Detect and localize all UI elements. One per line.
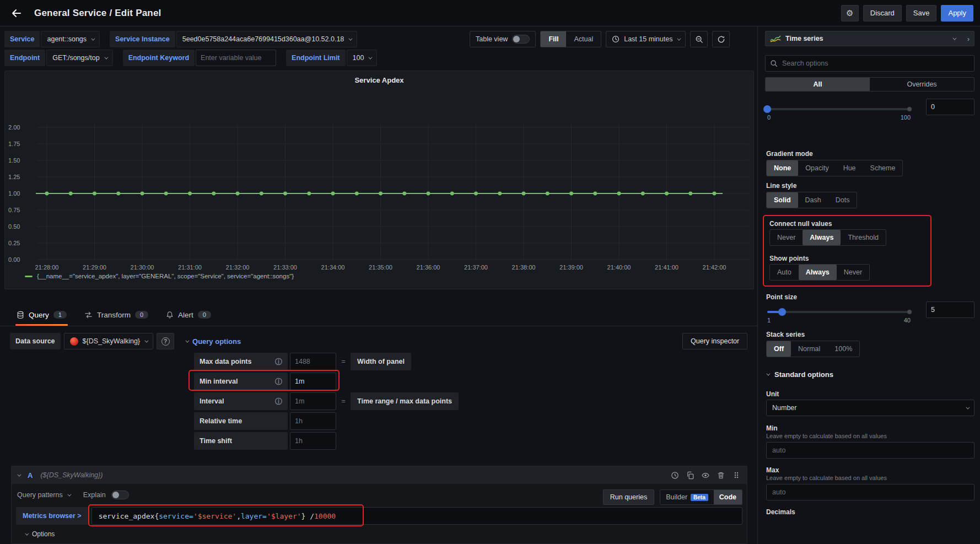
delete-query-trash-icon[interactable] — [716, 470, 726, 480]
datasource-value: ${DS_SkyWalking} — [83, 337, 140, 345]
table-view-toggle[interactable] — [512, 35, 530, 44]
code-mode-option[interactable]: Code — [714, 490, 742, 504]
option-hue[interactable]: Hue — [836, 160, 863, 176]
option-threshold[interactable]: Threshold — [841, 230, 886, 245]
interval-input[interactable] — [290, 392, 336, 410]
search-icon — [770, 60, 778, 67]
max-hint: Leave empty to calculate based on all va… — [766, 475, 887, 481]
option-dash[interactable]: Dash — [798, 192, 828, 208]
min-interval-input[interactable] — [290, 373, 336, 390]
fill-opacity-value-input[interactable] — [926, 99, 974, 115]
drag-handle-grip-icon[interactable] — [731, 470, 741, 480]
chevron-down-icon — [91, 36, 95, 40]
option-opacity[interactable]: Opacity — [798, 160, 836, 176]
promql-expression-input[interactable]: service_apdex{service='$service', layer=… — [91, 507, 742, 525]
endpoint-keyword-input[interactable] — [196, 50, 276, 66]
tab-query[interactable]: Query 1 — [17, 305, 67, 325]
tab-overrides[interactable]: Overrides — [870, 78, 974, 91]
endpoint-select[interactable]: GET:/songs/top — [46, 50, 112, 66]
expr-token: 10000 — [314, 512, 336, 520]
relative-time-input[interactable] — [290, 412, 336, 430]
option-auto[interactable]: Auto — [770, 265, 799, 280]
collapse-pane-chevron-right-icon[interactable]: › — [967, 35, 970, 43]
option-none[interactable]: None — [767, 160, 798, 176]
option-row-time-shift: Time shift — [194, 432, 459, 450]
query-row-header[interactable]: A (${DS_SkyWalking}) — [12, 466, 747, 484]
explain-toggle[interactable] — [111, 491, 129, 499]
x-tick-label: 21:33:00 — [273, 264, 297, 271]
slider-track[interactable] — [767, 311, 911, 313]
metrics-browser-button[interactable]: Metrics browser > — [16, 507, 88, 525]
option-scheme[interactable]: Scheme — [863, 160, 903, 176]
option-always[interactable]: Always — [803, 230, 841, 245]
service-value: agent::songs — [47, 35, 87, 43]
legend-series-marker — [25, 276, 33, 277]
options-filter-tabs: All Overrides — [765, 77, 974, 91]
page-title: General Service / Edit Panel — [34, 8, 161, 19]
save-button[interactable]: Save — [906, 5, 937, 21]
apply-button[interactable]: Apply — [941, 5, 973, 21]
options-search-input[interactable] — [782, 60, 970, 67]
clock-icon — [612, 35, 620, 43]
refresh-button[interactable] — [712, 31, 730, 47]
tab-alert[interactable]: Alert 0 — [166, 305, 211, 325]
gradient-mode-label: Gradient mode — [766, 150, 813, 158]
option-100-[interactable]: 100% — [827, 341, 859, 357]
chart-legend: {__name__="service_apdex", layer="GENERA… — [25, 273, 294, 279]
builder-mode-option[interactable]: Builder Beta — [660, 490, 714, 504]
connect-null-values-label: Connect null values — [769, 220, 832, 228]
option-solid[interactable]: Solid — [767, 192, 798, 208]
variable-endpoint-limit: Endpoint Limit 100 — [286, 50, 377, 66]
legend-series-label[interactable]: {__name__="service_apdex", layer="GENERA… — [37, 273, 294, 279]
query-options-header[interactable]: Query options — [185, 337, 241, 346]
table-view-toggle-group[interactable]: Table view — [470, 31, 536, 47]
endpoint-limit-select[interactable]: 100 — [347, 50, 378, 66]
slider-track[interactable] — [767, 108, 911, 110]
pane-divider[interactable] — [757, 26, 758, 544]
endpoint-keyword-label: Endpoint Keyword — [123, 50, 195, 66]
hide-query-eye-icon[interactable] — [701, 470, 710, 480]
refresh-icon — [717, 35, 725, 44]
option-never[interactable]: Never — [770, 230, 803, 245]
option-always[interactable]: Always — [799, 265, 837, 280]
option-never[interactable]: Never — [837, 265, 869, 280]
point-size-value-input[interactable] — [926, 301, 974, 318]
unit-select[interactable]: Number — [766, 400, 974, 416]
back-arrow-icon[interactable] — [8, 4, 25, 22]
tab-transform[interactable]: Transform 0 — [84, 305, 148, 325]
slider-handle[interactable] — [778, 308, 786, 316]
time-shift-input[interactable] — [290, 432, 336, 450]
options-label: Options — [32, 530, 55, 538]
visualization-picker[interactable]: Time series › — [765, 31, 974, 46]
service-instance-select[interactable]: 5eed0e5758a244aca6e7699415d360aa@10.52.0… — [176, 31, 358, 47]
tab-all[interactable]: All — [766, 78, 870, 91]
query-history-icon[interactable] — [670, 470, 680, 480]
time-series-chart[interactable] — [5, 71, 755, 290]
datasource-label: Data source — [10, 333, 61, 349]
actual-option[interactable]: Actual — [566, 31, 601, 47]
min-input[interactable] — [766, 442, 974, 459]
option-off[interactable]: Off — [767, 341, 791, 357]
zoom-out-button[interactable] — [690, 31, 708, 47]
option-dots[interactable]: Dots — [828, 192, 857, 208]
query-inspector-button[interactable]: Query inspector — [682, 333, 747, 349]
time-range-picker[interactable]: Last 15 minutes — [606, 31, 686, 47]
duplicate-query-icon[interactable] — [685, 470, 695, 480]
max-data-points-input[interactable] — [290, 353, 336, 370]
service-select[interactable]: agent::songs — [41, 31, 100, 47]
options-search[interactable] — [765, 55, 974, 72]
discard-button[interactable]: Discard — [863, 5, 902, 21]
query-options-collapsible[interactable]: Options — [25, 530, 55, 538]
slider-handle[interactable] — [763, 105, 771, 113]
datasource-select[interactable]: ${DS_SkyWalking} — [64, 333, 153, 349]
option-normal[interactable]: Normal — [791, 341, 827, 357]
run-queries-button[interactable]: Run queries — [603, 489, 654, 505]
query-patterns-dropdown[interactable]: Query patterns — [17, 491, 70, 499]
max-input[interactable] — [766, 484, 974, 500]
fill-option[interactable]: Fill — [541, 31, 566, 47]
standard-options-header[interactable]: Standard options — [766, 370, 833, 379]
datasource-help-button[interactable]: ? — [157, 333, 174, 349]
top-nav: General Service / Edit Panel ⚙ Discard S… — [0, 0, 980, 26]
panel-settings-gear-icon[interactable]: ⚙ — [841, 5, 859, 21]
x-tick-label: 21:35:00 — [369, 264, 392, 271]
